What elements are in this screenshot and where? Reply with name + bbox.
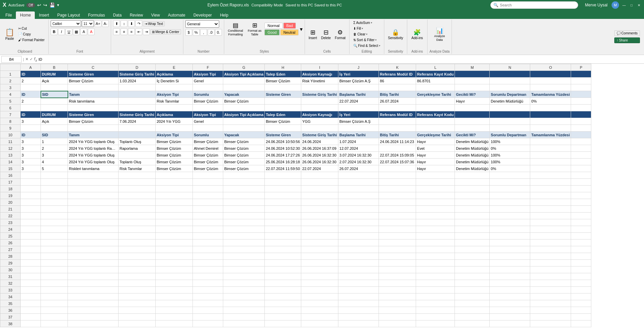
cell-r35c14[interactable] <box>530 300 571 307</box>
cell-r29c3[interactable] <box>119 260 156 267</box>
cell-r24c0[interactable] <box>21 226 41 233</box>
cell-r2c13[interactable] <box>490 78 530 84</box>
cell-r13c10[interactable]: 22.07.2024 15:09:05 <box>379 152 416 159</box>
cell-r21c15[interactable] <box>571 206 591 213</box>
row-header-31[interactable]: 31 <box>0 273 21 280</box>
cell-r22c15[interactable] <box>571 213 591 219</box>
cell-r8c15[interactable] <box>571 118 591 125</box>
cell-r8c7[interactable]: Bimser Çözüm <box>265 118 301 125</box>
cell-r38c0[interactable] <box>21 320 41 327</box>
cell-r8c11[interactable] <box>416 118 455 125</box>
cell-r9c8[interactable] <box>301 125 338 132</box>
cell-r22c10[interactable] <box>379 213 416 219</box>
cell-r37c5[interactable] <box>193 314 223 320</box>
cell-r2c8[interactable]: Risk Yönetimi <box>301 78 338 84</box>
cell-r8c12[interactable] <box>455 118 490 125</box>
cell-r24c9[interactable] <box>338 226 379 233</box>
cell-r36c6[interactable] <box>223 307 265 314</box>
cell-r9c11[interactable] <box>416 125 455 132</box>
row-header-38[interactable]: 38 <box>0 320 21 327</box>
cell-r27c13[interactable] <box>490 246 530 253</box>
cell-r22c0[interactable] <box>21 213 41 219</box>
cell-r3c2[interactable] <box>68 84 119 91</box>
cell-r30c12[interactable] <box>455 267 490 273</box>
cell-r29c11[interactable] <box>416 260 455 267</box>
format-as-table-button[interactable]: ⊞ Format asTable <box>246 20 263 38</box>
italic-button[interactable]: I <box>58 28 65 35</box>
cell-r26c1[interactable] <box>41 240 68 246</box>
sheet-area[interactable]: A B C D E F G H I J K L M N O P <box>0 64 644 336</box>
cancel-formula-icon[interactable]: ✕ <box>25 57 28 61</box>
cell-r30c8[interactable] <box>301 267 338 273</box>
cell-r14c5[interactable]: Bimser Çözüm <box>193 159 223 165</box>
cell-r9c14[interactable] <box>530 125 571 132</box>
cell-r33c5[interactable] <box>193 287 223 293</box>
cell-r1c8[interactable]: Aksiyon Kaynağı <box>301 71 338 78</box>
cell-r12c10[interactable] <box>379 145 416 152</box>
row-header-19[interactable]: 19 <box>0 192 21 199</box>
cell-r14c9[interactable]: 2.07.2024 16:32:30 <box>338 159 379 165</box>
cell-r26c5[interactable] <box>193 240 223 246</box>
cell-r4c12[interactable]: Gecikti Mi? <box>455 91 490 98</box>
cell-r30c9[interactable] <box>338 267 379 273</box>
cell-r11c3[interactable]: Toplantı Oluş <box>119 138 156 145</box>
cell-r38c4[interactable] <box>156 320 193 327</box>
cell-r30c7[interactable] <box>265 267 301 273</box>
cell-r26c3[interactable] <box>119 240 156 246</box>
row-header-15[interactable]: 15 <box>0 165 21 172</box>
addins-button[interactable]: 🧩 Add-ins <box>410 26 424 43</box>
cell-r3c0[interactable] <box>21 84 41 91</box>
row-header-2[interactable]: 2 <box>0 78 21 84</box>
font-family-select[interactable]: Calibri <box>51 20 81 27</box>
cell-r36c11[interactable] <box>416 307 455 314</box>
cell-r21c7[interactable] <box>265 206 301 213</box>
cell-r17c14[interactable] <box>530 179 571 186</box>
cell-r11c10[interactable]: 24.06.2024 11:14:23 <box>379 138 416 145</box>
cell-r31c3[interactable] <box>119 273 156 280</box>
cell-r31c7[interactable] <box>265 273 301 280</box>
cell-r21c0[interactable] <box>21 206 41 213</box>
cell-r17c15[interactable] <box>571 179 591 186</box>
cell-r10c13[interactable]: Sorumlu Departman <box>490 132 530 138</box>
cell-r10c10[interactable]: Bitiş Tarihi <box>379 132 416 138</box>
cell-r13c11[interactable]: Hayır <box>416 152 455 159</box>
align-left-btn[interactable]: ≡ <box>113 28 120 35</box>
cell-r29c13[interactable] <box>490 260 530 267</box>
cell-r15c4[interactable]: Bimser Çözüm <box>156 165 193 172</box>
cell-r38c13[interactable] <box>490 320 530 327</box>
row-header-29[interactable]: 29 <box>0 260 21 267</box>
cell-r7c8[interactable]: Aksiyon Kaynağı <box>301 111 338 118</box>
cell-r37c1[interactable] <box>41 314 68 320</box>
cell-r15c2[interactable]: Riskleri tanımlama <box>68 165 119 172</box>
cell-r4c15[interactable] <box>571 91 591 98</box>
cell-r24c8[interactable] <box>301 226 338 233</box>
cell-r6c3[interactable] <box>119 105 156 111</box>
cell-r16c3[interactable] <box>119 172 156 179</box>
fill-color-button[interactable]: A <box>80 28 87 35</box>
cell-r26c11[interactable] <box>416 240 455 246</box>
cell-r35c0[interactable] <box>21 300 41 307</box>
redo-icon[interactable]: ↪ <box>43 2 47 8</box>
row-header-24[interactable]: 24 <box>0 226 21 233</box>
cell-r6c4[interactable] <box>156 105 193 111</box>
cell-r32c7[interactable] <box>265 280 301 287</box>
cell-r10c9[interactable]: Başlama Tarihi <box>338 132 379 138</box>
cell-r30c11[interactable] <box>416 267 455 273</box>
cell-r5c4[interactable]: Risk Tanımlar <box>156 98 193 105</box>
cell-r31c6[interactable] <box>223 273 265 280</box>
cell-r23c11[interactable] <box>416 219 455 226</box>
cell-r34c7[interactable] <box>265 293 301 300</box>
cell-r10c15[interactable] <box>571 132 591 138</box>
cell-r12c5[interactable]: Ahmet Demirel <box>193 145 223 152</box>
cell-r36c2[interactable] <box>68 307 119 314</box>
cell-r19c6[interactable] <box>223 192 265 199</box>
cell-r35c2[interactable] <box>68 300 119 307</box>
cell-r7c11[interactable]: Referans Kayıt Kodu <box>416 111 455 118</box>
autosave-toggle[interactable]: Off <box>26 3 35 7</box>
cell-r15c12[interactable]: Denetim Müdürlüğü <box>455 165 490 172</box>
cell-r35c9[interactable] <box>338 300 379 307</box>
col-header-i[interactable]: I <box>301 64 338 71</box>
cell-r38c5[interactable] <box>193 320 223 327</box>
cell-r28c14[interactable] <box>530 253 571 260</box>
cell-r17c5[interactable] <box>193 179 223 186</box>
